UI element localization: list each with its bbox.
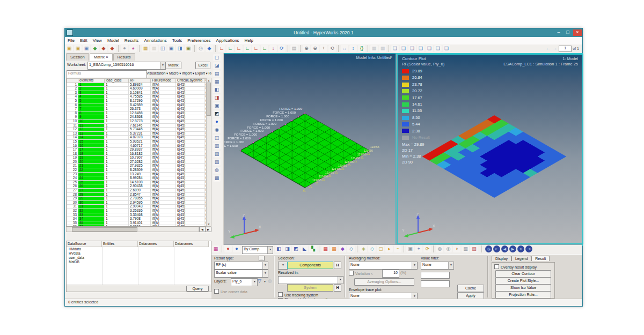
view-yx-icon[interactable]: ∟: [226, 45, 234, 52]
exploded-view-icon[interactable]: ▥: [213, 143, 221, 150]
table-row[interactable]: 1010112.8778iff(A)6(45)6: [67, 119, 208, 123]
image-plane-icon[interactable]: ▩: [213, 175, 221, 182]
tab-matrix[interactable]: Matrix ×: [90, 53, 113, 61]
result-type-select[interactable]: RF (s)▼: [214, 262, 268, 270]
table-row[interactable]: 5518.17296iff(A)6(45)6: [67, 99, 208, 103]
menu-preferences[interactable]: Preferences: [185, 37, 213, 43]
color-wheel-icon[interactable]: ●: [224, 245, 232, 252]
section-icon[interactable]: ◗: [453, 245, 460, 252]
use-tracking-checkbox[interactable]: Use tracking system: [278, 292, 318, 297]
components-button[interactable]: Components: [287, 262, 333, 269]
model-view[interactable]: Model Info: Untitled* FORCE = 1.000FORCE…: [224, 54, 396, 244]
vector-plot-icon[interactable]: ▦: [330, 245, 338, 252]
window-close-icon[interactable]: ❏: [434, 45, 442, 52]
color-palette-icon[interactable]: ◕: [129, 45, 137, 52]
menu-tools[interactable]: Tools: [170, 37, 185, 43]
table-row[interactable]: 353513.91401iff(A)6(45)6: [67, 221, 208, 225]
measure-icon[interactable]: ◇: [368, 245, 376, 252]
tab-display[interactable]: Display: [492, 256, 511, 261]
result-subtype-select[interactable]: Scalar value▼: [214, 270, 268, 278]
datasource-header[interactable]: Entities: [102, 241, 138, 247]
prev-page-icon[interactable]: ←: [546, 45, 551, 51]
datasource-item[interactable]: MatDB: [67, 260, 102, 264]
filter-funnel-icon[interactable]: ▽: [258, 278, 261, 284]
layers-select[interactable]: Ply_6▼: [231, 278, 258, 286]
notes-icon[interactable]: ▧: [213, 159, 221, 166]
horizontal-scrollbar[interactable]: [66, 227, 199, 232]
deformed-icon[interactable]: ◇: [347, 245, 355, 252]
copy-image-icon[interactable]: ▤: [290, 45, 298, 52]
column-header[interactable]: [67, 79, 78, 83]
next-page-icon[interactable]: →: [552, 45, 558, 51]
export-ppt-icon[interactable]: ◆: [108, 45, 116, 52]
column-header[interactable]: RF: [129, 79, 151, 83]
display-cubes-icon[interactable]: ◩: [292, 245, 299, 252]
scroll-up-icon[interactable]: ▲: [207, 78, 211, 83]
datasource-item[interactable]: HVdata: [67, 251, 102, 256]
streamline-icon[interactable]: ~: [394, 245, 401, 252]
brackets-icon[interactable]: {}: [358, 45, 365, 52]
create-plot-style-button[interactable]: Create Plot Style...: [495, 277, 551, 285]
flag-icon[interactable]: ▸: [385, 245, 393, 252]
menu-help[interactable]: Help: [242, 37, 256, 43]
expand-v-icon[interactable]: ↕: [349, 45, 357, 52]
column-header[interactable]: CriticalLayerInfo: [176, 79, 204, 83]
tab-session[interactable]: Session: [66, 53, 89, 61]
system-button[interactable]: System: [287, 284, 333, 292]
averaging-method-select[interactable]: None▼: [349, 262, 418, 270]
page-number-field[interactable]: 1: [559, 46, 572, 52]
formula-input[interactable]: Formula: [67, 70, 147, 78]
h-button[interactable]: H: [334, 284, 341, 292]
play-icon[interactable]: ▶: [509, 245, 516, 252]
title-bar[interactable]: Untitled - HyperWorks 2020.1 – □ ×: [65, 28, 582, 37]
contour-icon[interactable]: ▦: [321, 245, 329, 252]
screen-capture-icon[interactable]: ▣: [213, 102, 221, 109]
filter-min-field[interactable]: [421, 272, 450, 279]
scrollbar-thumb[interactable]: [207, 83, 211, 116]
window-cascade-icon[interactable]: ❏: [391, 45, 399, 52]
entity-attributes-icon[interactable]: ▣: [406, 245, 414, 252]
column-header[interactable]: elements: [78, 79, 105, 83]
chevron-down-icon[interactable]: ▼: [264, 280, 266, 283]
contour-panel-icon[interactable]: ▦: [212, 245, 219, 252]
edges-icon[interactable]: ◧: [213, 86, 221, 93]
table-row[interactable]: 272712.6899iff(A)6(45)6: [67, 189, 208, 193]
zoom-in-icon[interactable]: ⊕: [303, 45, 310, 52]
start-frame-icon[interactable]: ⇤: [493, 245, 500, 252]
table-row[interactable]: 111117.61146iff(A)6(45)6: [67, 123, 208, 128]
save-session-icon[interactable]: ▣: [83, 45, 90, 52]
sphere-view-icon[interactable]: ●: [213, 118, 221, 125]
table-row[interactable]: 6618.42589iff(A)6(45)6: [67, 103, 208, 107]
display-cube-icon[interactable]: ◧: [275, 245, 282, 252]
excel-button[interactable]: Excel: [195, 62, 210, 69]
render-mode-icon[interactable]: ◩: [213, 110, 221, 117]
build-plots-icon[interactable]: ▨: [470, 245, 478, 252]
clear-contour-button[interactable]: Clear Contour: [495, 270, 551, 278]
shaded-icon[interactable]: ▦: [213, 78, 221, 85]
table-row[interactable]: 1818116.8182iff(A)6(45)6: [67, 152, 208, 156]
table-row[interactable]: 2020127.6282iff(A)6(45)6: [67, 160, 208, 164]
menu-annotations[interactable]: Annotations: [141, 37, 169, 43]
box-trim-icon[interactable]: ▧: [462, 245, 469, 252]
end-frame-icon[interactable]: ⇥: [525, 245, 532, 252]
scroll-right-icon[interactable]: ▶: [205, 227, 211, 232]
scrollbar-thumb[interactable]: [72, 227, 137, 232]
mirror-icon[interactable]: ◣: [301, 245, 308, 252]
prev-frame-icon[interactable]: ◀: [501, 245, 508, 252]
table-row[interactable]: 121215.73445iff(A)6(45)6: [67, 128, 208, 132]
table-row[interactable]: 242418.99284iff(A)6(45)6: [67, 176, 208, 181]
minimize-button[interactable]: –: [554, 29, 563, 36]
table-row[interactable]: 77126.373iff(A)6(45)6: [67, 107, 208, 111]
table-row[interactable]: 1919110.7907iff(A)6(45)6: [67, 156, 208, 160]
worksheet-select[interactable]: 1_ESAComp_1590516016▼: [87, 62, 166, 70]
view-iso-icon[interactable]: ↓: [269, 45, 277, 52]
table-row[interactable]: 161614.60717iff(A)6(45)6: [67, 144, 208, 148]
user-profile-icon[interactable]: ●: [121, 45, 128, 52]
zoom-out-icon[interactable]: ⊖: [311, 45, 319, 52]
add-page-icon[interactable]: ▦: [142, 45, 149, 52]
copy-icon[interactable]: ▦: [370, 45, 378, 52]
value-filter-select[interactable]: None▼: [421, 262, 454, 270]
scroll-down-icon[interactable]: ▼: [207, 222, 211, 226]
eye-icon[interactable]: ◉: [213, 126, 221, 133]
table-row[interactable]: 88112.6456iff(A)6(45)6: [67, 111, 208, 115]
